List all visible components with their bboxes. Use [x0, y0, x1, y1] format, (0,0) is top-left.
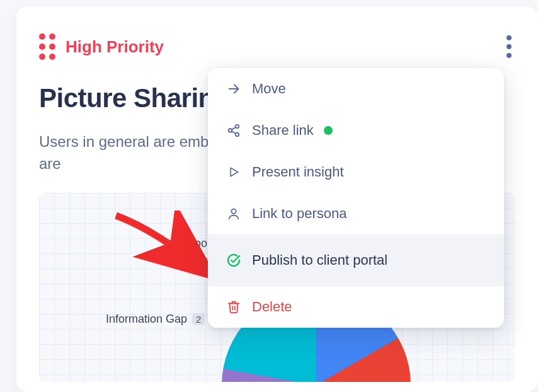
menu-item-label: Present insight	[252, 164, 344, 180]
person-icon	[226, 205, 242, 222]
svg-line-4	[232, 127, 236, 130]
menu-separator	[208, 234, 504, 239]
card-header: High Priority	[39, 32, 515, 62]
menu-item-move[interactable]: Move	[208, 68, 504, 110]
menu-item-share-link[interactable]: Share link	[208, 110, 504, 151]
menu-item-label: Delete	[252, 299, 292, 315]
menu-item-label: Share link	[252, 122, 314, 139]
svg-marker-6	[231, 168, 238, 176]
priority-label: High Priority	[66, 37, 164, 57]
menu-separator	[208, 281, 504, 286]
menu-item-publish[interactable]: Publish to client portal	[208, 239, 504, 281]
drag-handle-icon[interactable]	[39, 33, 55, 60]
chart-label-text: Information Gap	[106, 313, 187, 326]
share-icon	[226, 122, 242, 139]
chart-label-information-gap: Information Gap 2	[106, 313, 205, 326]
menu-item-label: Publish to client portal	[252, 252, 387, 268]
svg-line-5	[232, 131, 236, 134]
trash-icon	[226, 299, 242, 315]
arrow-right-icon	[226, 81, 242, 97]
menu-item-link-persona[interactable]: Link to persona	[208, 193, 504, 234]
kebab-menu-button[interactable]	[503, 32, 515, 62]
menu-item-present[interactable]: Present insight	[208, 151, 504, 193]
svg-point-7	[231, 209, 236, 214]
menu-item-label: Move	[252, 81, 286, 97]
play-icon	[226, 164, 242, 180]
count-badge: 2	[192, 313, 205, 325]
menu-item-delete[interactable]: Delete	[208, 286, 504, 328]
context-menu: Move Share link Present insight Link to …	[208, 68, 504, 328]
status-dot-icon	[324, 126, 333, 135]
check-circle-icon	[226, 252, 242, 268]
menu-item-label: Link to persona	[252, 205, 346, 222]
priority-tag[interactable]: High Priority	[39, 33, 164, 60]
